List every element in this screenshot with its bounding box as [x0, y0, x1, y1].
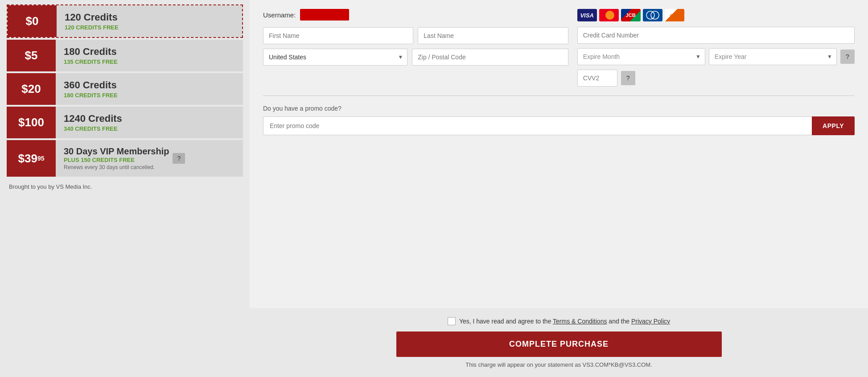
vip-free-credits: PLUS 150 CREDITS FREE [64, 157, 169, 163]
jcb-icon: JCB [621, 9, 641, 21]
username-label: Username: [263, 11, 296, 19]
vip-title: 30 Days VIP Membership [64, 146, 169, 157]
username-value-redacted [300, 9, 349, 21]
package-free-100: 340 CREDITS FREE [64, 125, 235, 132]
vip-question-button[interactable]: ? [173, 153, 185, 164]
mc-circles [599, 9, 619, 21]
right-panel: Username: United States [250, 0, 868, 308]
package-free-20: 180 CREDITS FREE [64, 92, 235, 99]
cvv2-input[interactable] [577, 70, 617, 87]
bottom-section: Yes, I have read and agree to the Terms … [250, 308, 868, 377]
diners-icon [643, 9, 662, 21]
terms-link[interactable]: Terms & Conditions [553, 318, 607, 325]
vip-renew-text: Renews every 30 days until cancelled. [64, 164, 169, 170]
cvv-row: ? [577, 70, 855, 87]
package-info-5: 180 Credits 135 CREDITS FREE [56, 40, 243, 71]
package-credits-20: 360 Credits [64, 79, 235, 91]
expire-row: Expire Month 01020304 05060708 09101112 … [577, 48, 855, 65]
statement-text: This charge will appear on your statemen… [263, 361, 855, 368]
first-name-input[interactable] [263, 27, 413, 44]
mastercard-icon [599, 9, 619, 21]
expire-month-wrapper: Expire Month 01020304 05060708 09101112 … [577, 48, 705, 65]
svg-point-0 [646, 11, 654, 19]
form-columns: Username: United States [263, 9, 855, 87]
diners-svg [646, 10, 660, 20]
form-right: VISA JCB [577, 9, 855, 87]
name-row [263, 27, 568, 44]
cc-number-input[interactable] [577, 27, 855, 44]
expire-month-select[interactable]: Expire Month 01020304 05060708 09101112 [577, 48, 705, 65]
package-info-0: 120 Credits 120 CREDITS FREE [57, 5, 242, 37]
location-row: United States ▼ [263, 49, 568, 66]
package-free-0: 120 CREDITS FREE [65, 24, 234, 31]
last-name-input[interactable] [418, 27, 568, 44]
package-price-100: $100 [7, 107, 56, 138]
package-credits-100: 1240 Credits [64, 113, 235, 124]
expire-question-button[interactable]: ? [840, 50, 855, 64]
terms-text: Yes, I have read and agree to the Terms … [459, 318, 670, 325]
svg-point-1 [651, 11, 659, 19]
mc-circle2 [605, 11, 614, 20]
package-item-vip[interactable]: $3995 30 Days VIP Membership PLUS 150 CR… [7, 140, 243, 177]
package-info-100: 1240 Credits 340 CREDITS FREE [56, 107, 243, 138]
promo-input[interactable] [263, 116, 812, 135]
package-price-vip: $3995 [7, 140, 56, 177]
terms-row: Yes, I have read and agree to the Terms … [263, 317, 855, 325]
expire-year-wrapper: Expire Year 2024202520262027 20282029203… [709, 48, 837, 65]
username-row: Username: [263, 9, 568, 21]
complete-purchase-button[interactable]: COMPLETE PURCHASE [396, 331, 722, 357]
divider [263, 95, 855, 96]
expire-year-select[interactable]: Expire Year 2024202520262027 20282029203… [709, 48, 837, 65]
privacy-link[interactable]: Privacy Policy [631, 318, 670, 325]
form-left: Username: United States [263, 9, 568, 87]
card-icons-row: VISA JCB [577, 9, 855, 21]
package-credits-5: 180 Credits [64, 46, 235, 58]
cvv-question-button[interactable]: ? [621, 71, 635, 85]
discover-icon: DISC [665, 9, 684, 21]
apply-button[interactable]: APPLY [812, 116, 855, 135]
promo-label: Do you have a promo code? [263, 105, 855, 112]
country-select-wrapper: United States ▼ [263, 49, 407, 66]
promo-row: APPLY [263, 116, 855, 135]
package-price-20: $20 [7, 73, 56, 105]
package-item-5[interactable]: $5 180 Credits 135 CREDITS FREE [7, 40, 243, 71]
package-item-0[interactable]: $0 120 Credits 120 CREDITS FREE [7, 4, 243, 38]
package-info-20: 360 Credits 180 CREDITS FREE [56, 73, 243, 105]
package-item-20[interactable]: $20 360 Credits 180 CREDITS FREE [7, 73, 243, 105]
right-panel-inner: Username: United States [263, 9, 855, 135]
terms-checkbox[interactable] [448, 317, 456, 325]
package-price-5: $5 [7, 40, 56, 71]
package-item-100[interactable]: $100 1240 Credits 340 CREDITS FREE [7, 107, 243, 138]
brought-by-text: Brought to you by VS Media Inc. [7, 183, 243, 190]
package-info-vip: 30 Days VIP Membership PLUS 150 CREDITS … [56, 140, 243, 177]
package-credits-0: 120 Credits [65, 12, 234, 23]
zip-input[interactable] [412, 49, 568, 66]
package-free-5: 135 CREDITS FREE [64, 58, 235, 65]
country-select[interactable]: United States [263, 49, 407, 66]
package-price-0: $0 [8, 5, 57, 37]
left-panel: $0 120 Credits 120 CREDITS FREE $5 180 C… [0, 0, 250, 377]
visa-icon: VISA [577, 9, 597, 21]
